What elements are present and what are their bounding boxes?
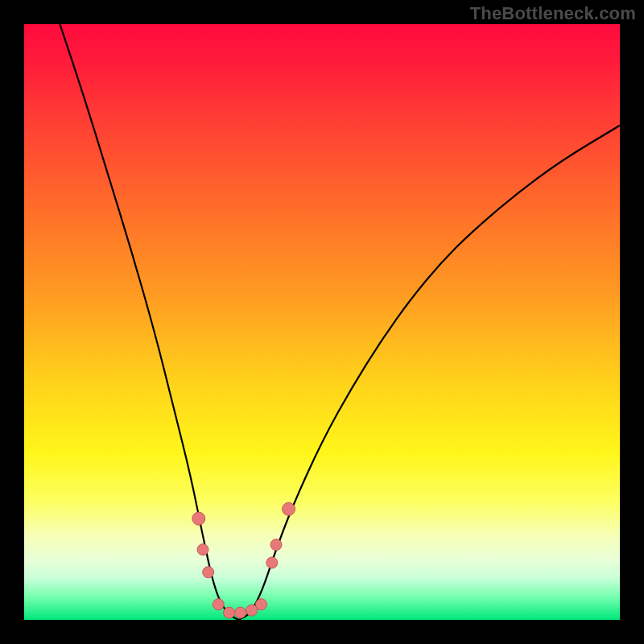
data-marker (192, 512, 205, 525)
data-marker (203, 567, 214, 578)
data-marker (235, 607, 246, 618)
chart-frame: TheBottleneck.com (0, 0, 644, 644)
data-marker (266, 557, 278, 568)
marker-layer (24, 24, 620, 620)
data-marker (213, 599, 224, 610)
data-marker (197, 544, 208, 555)
plot-area (24, 24, 620, 620)
data-marker (283, 502, 295, 515)
attribution-text: TheBottleneck.com (470, 3, 636, 24)
data-marker (224, 607, 235, 618)
data-marker (256, 599, 267, 610)
data-marker (270, 539, 282, 551)
